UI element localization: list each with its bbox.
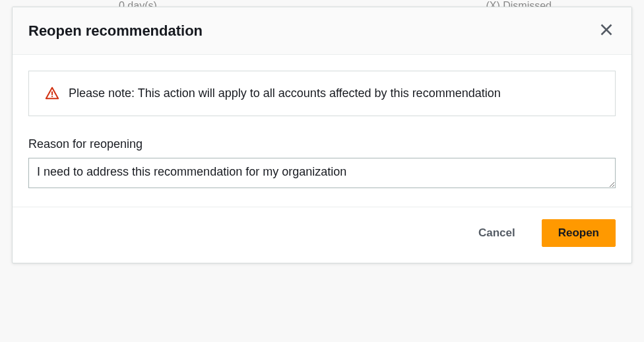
reason-input[interactable]	[28, 158, 616, 188]
svg-point-3	[51, 96, 53, 97]
modal-body: Please note: This action will apply to a…	[13, 55, 631, 207]
modal-footer: Cancel Reopen	[13, 207, 631, 263]
modal-header: Reopen recommendation	[13, 7, 631, 55]
alert-text: Please note: This action will apply to a…	[69, 85, 501, 102]
close-button[interactable]	[597, 20, 616, 41]
alert-box: Please note: This action will apply to a…	[28, 71, 616, 116]
cancel-button[interactable]: Cancel	[463, 220, 531, 246]
warning-icon	[45, 86, 59, 100]
reopen-button[interactable]: Reopen	[542, 219, 616, 247]
reopen-modal: Reopen recommendation Please note: This …	[12, 7, 632, 263]
close-icon	[600, 23, 613, 38]
reason-label: Reason for reopening	[28, 137, 616, 151]
modal-title: Reopen recommendation	[28, 22, 203, 40]
